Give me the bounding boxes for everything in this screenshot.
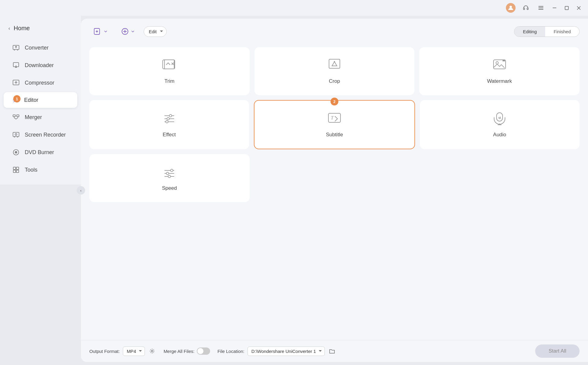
tools-label: Tools — [25, 167, 37, 173]
audio-label: Audio — [493, 132, 506, 138]
svg-point-21 — [16, 152, 16, 153]
watermark-icon — [492, 58, 507, 75]
tab-editing[interactable]: Editing — [514, 27, 545, 37]
merge-all-files-field: Merge All Files: — [164, 347, 210, 355]
speed-icon — [161, 165, 177, 182]
folder-icon[interactable] — [328, 347, 336, 355]
svg-rect-16 — [17, 115, 19, 117]
sidebar-home-label: Home — [14, 25, 30, 32]
merger-label: Merger — [25, 114, 42, 121]
grid-container: Trim Crop — [81, 44, 588, 340]
converter-label: Converter — [25, 45, 49, 51]
add-file-button-2[interactable] — [117, 25, 139, 38]
minimize-button[interactable] — [551, 5, 558, 11]
sidebar-item-merger[interactable]: Merger — [4, 109, 77, 125]
sidebar-item-editor[interactable]: 1 Editor — [4, 92, 77, 108]
empty-card-1 — [254, 154, 415, 202]
menu-icon[interactable] — [536, 3, 546, 13]
tools-icon — [12, 166, 20, 174]
grid-row-3: Speed — [89, 154, 580, 202]
svg-rect-31 — [329, 59, 340, 68]
svg-rect-15 — [13, 115, 15, 117]
output-format-label: Output Format: — [89, 349, 120, 354]
svg-rect-45 — [328, 113, 340, 122]
maximize-button[interactable] — [563, 5, 570, 11]
sidebar-home[interactable]: ‹ Home — [0, 22, 81, 39]
editor-label: Editor — [24, 97, 38, 103]
svg-rect-23 — [16, 167, 19, 170]
effect-card[interactable]: Effect — [89, 100, 249, 149]
sidebar-collapse-button[interactable]: ‹ — [77, 186, 85, 195]
svg-rect-7 — [565, 6, 568, 10]
watermark-label: Watermark — [487, 78, 512, 84]
app-body: ‹ Home Converter Downloader — [0, 16, 588, 365]
speed-card[interactable]: Speed — [89, 154, 250, 202]
grid-row-1: Trim Crop — [89, 47, 580, 95]
svg-rect-1 — [523, 8, 525, 10]
svg-rect-2 — [527, 8, 528, 10]
svg-point-54 — [168, 175, 171, 178]
subtitle-badge: 2 — [331, 98, 338, 105]
subtitle-label: Subtitle — [326, 132, 343, 138]
merger-icon — [12, 113, 20, 121]
svg-rect-17 — [13, 132, 19, 137]
compressor-label: Compressor — [25, 80, 54, 86]
bottom-bar: Output Format: MP4 Merge All Files: File… — [81, 340, 588, 362]
merge-label: Merge All Files: — [164, 349, 195, 354]
close-button[interactable] — [575, 5, 582, 11]
svg-point-52 — [166, 172, 169, 175]
sidebar-item-converter[interactable]: Converter — [4, 40, 77, 56]
svg-point-53 — [171, 169, 173, 172]
svg-rect-22 — [13, 167, 16, 170]
edit-dropdown[interactable]: Edit — [144, 26, 167, 37]
svg-point-43 — [169, 115, 172, 117]
merge-toggle-switch[interactable] — [197, 347, 210, 355]
svg-marker-32 — [332, 62, 337, 66]
subtitle-card[interactable]: 2 T Subtitle — [254, 100, 415, 149]
svg-point-0 — [510, 6, 512, 8]
sidebar-item-screen-recorder[interactable]: Screen Recorder — [4, 127, 77, 143]
dvd-burner-icon — [12, 148, 20, 156]
effect-icon — [161, 111, 177, 129]
output-format-field: Output Format: MP4 — [89, 347, 156, 356]
screen-recorder-label: Screen Recorder — [25, 132, 66, 138]
output-settings-icon[interactable] — [148, 347, 156, 355]
start-all-button[interactable]: Start All — [535, 344, 580, 358]
audio-card[interactable]: Audio — [420, 100, 580, 149]
speed-label: Speed — [162, 185, 177, 191]
title-bar-icons — [506, 3, 582, 13]
trim-icon — [161, 58, 177, 75]
watermark-card[interactable]: Watermark — [419, 47, 580, 95]
trim-card[interactable]: Trim — [89, 47, 250, 95]
tab-group: Editing Finished — [514, 26, 580, 37]
editor-icon-wrapper: 1 — [12, 96, 19, 104]
svg-point-42 — [167, 118, 169, 120]
grid-row-2: Effect 2 T Subtitle — [89, 100, 580, 149]
headphone-icon[interactable] — [521, 3, 531, 13]
subtitle-icon: T — [327, 111, 342, 129]
trim-label: Trim — [165, 78, 174, 84]
user-icon[interactable] — [506, 3, 516, 13]
converter-icon — [12, 44, 20, 52]
tab-finished[interactable]: Finished — [545, 27, 579, 37]
back-chevron-icon: ‹ — [8, 26, 10, 31]
editor-badge: 1 — [13, 95, 21, 102]
output-format-select[interactable]: MP4 — [123, 347, 145, 356]
svg-point-55 — [151, 350, 153, 352]
compressor-icon — [12, 79, 20, 87]
sidebar-item-downloader[interactable]: Downloader — [4, 57, 77, 73]
crop-card[interactable]: Crop — [254, 47, 415, 95]
toolbar: Edit Editing Finished — [81, 19, 588, 44]
sidebar-item-compressor[interactable]: Compressor — [4, 75, 77, 91]
add-file-button-1[interactable] — [89, 25, 112, 38]
sidebar-item-tools[interactable]: Tools — [4, 162, 77, 178]
dvd-burner-label: DVD Burner — [25, 149, 54, 156]
downloader-icon — [12, 61, 20, 69]
svg-point-44 — [166, 121, 168, 123]
file-location-select[interactable]: D:\Wondershare UniConverter 1 — [248, 347, 325, 356]
svg-point-18 — [15, 134, 17, 135]
sidebar-item-dvd-burner[interactable]: DVD Burner — [4, 144, 77, 160]
downloader-label: Downloader — [25, 62, 54, 69]
svg-point-33 — [334, 61, 335, 62]
svg-text:T: T — [331, 115, 334, 120]
